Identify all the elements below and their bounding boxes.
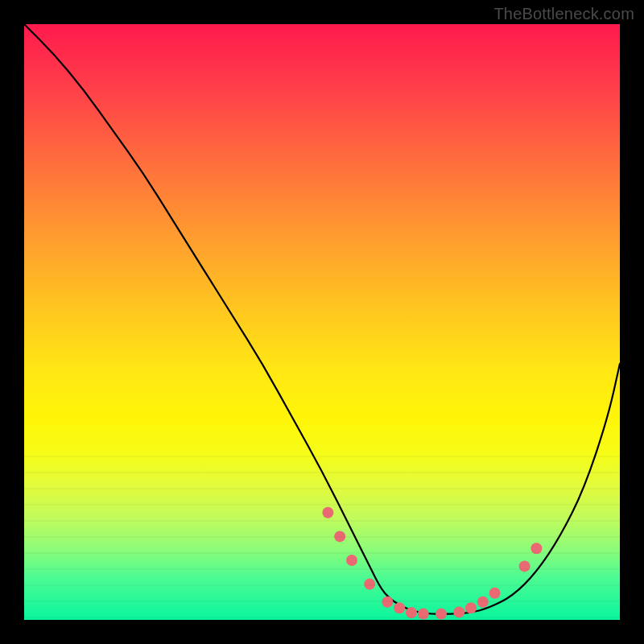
curve-svg [24, 24, 620, 620]
watermark-text: TheBottleneck.com [493, 5, 634, 23]
highlight-dot [436, 609, 447, 620]
highlight-dot [406, 607, 417, 618]
highlight-dot [453, 606, 464, 617]
highlight-dot [418, 609, 429, 620]
highlight-dot [519, 560, 530, 572]
highlight-dots [322, 507, 542, 620]
highlight-dot [465, 602, 477, 613]
highlight-dot [394, 602, 405, 613]
plot-area [24, 24, 620, 620]
highlight-dot [382, 597, 393, 608]
highlight-dot [489, 588, 501, 599]
chart-frame: TheBottleneck.com [0, 0, 644, 644]
highlight-dot [530, 543, 542, 554]
bottleneck-curve [24, 24, 620, 614]
highlight-dot [346, 555, 357, 566]
highlight-dot [364, 579, 375, 590]
highlight-dot [477, 597, 489, 608]
highlight-dot [322, 507, 333, 518]
highlight-dot [334, 530, 345, 542]
